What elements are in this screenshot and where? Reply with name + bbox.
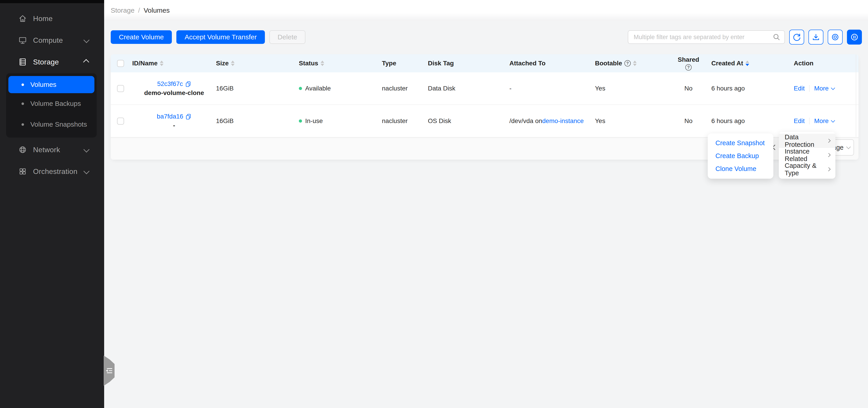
col-header-type: Type (382, 60, 396, 67)
breadcrumb: Storage / Volumes (111, 0, 170, 21)
sidebar-item-volume-backups[interactable]: Volume Backups (6, 93, 97, 114)
home-icon (18, 14, 27, 23)
sidebar-item-label: Storage (33, 58, 59, 66)
sidebar-item-compute[interactable]: Compute (0, 29, 104, 51)
col-header-size: Size (216, 60, 229, 67)
row-checkbox[interactable] (117, 117, 124, 125)
chevron-up-icon (83, 59, 89, 65)
cell-type: nacluster (382, 72, 428, 104)
sidebar-item-label: Volume Snapshots (30, 121, 87, 128)
row-checkbox[interactable] (117, 85, 124, 92)
cell-disk-tag: OS Disk (428, 105, 509, 137)
volume-name: - (173, 122, 175, 129)
action-groups-submenu: Data Protection Instance Related Capacit… (779, 132, 835, 179)
edit-link[interactable]: Edit (794, 85, 805, 92)
chevron-down-icon (831, 86, 835, 90)
sidebar-item-storage[interactable]: Storage (0, 51, 104, 73)
status-dot-icon (299, 120, 302, 123)
col-header-status: Status (299, 60, 318, 67)
concentric-circles-icon (831, 33, 840, 42)
storage-rack-icon (18, 58, 27, 67)
filter-input-box (628, 30, 785, 44)
submenu-item-capacity-type[interactable]: Capacity & Type (779, 162, 835, 176)
more-link[interactable]: More (814, 117, 829, 125)
accept-volume-transfer-button[interactable]: Accept Volume Transfer (176, 30, 265, 44)
cell-shared: No (665, 105, 711, 137)
menu-item-create-backup[interactable]: Create Backup (708, 149, 773, 162)
col-header-attached-to: Attached To (509, 60, 546, 67)
chevron-down-icon (83, 146, 89, 152)
table-row: ba7fda16 - 16GiB In-use nacluster OS Dis… (111, 105, 859, 137)
breadcrumb-storage-link[interactable]: Storage (111, 6, 134, 14)
select-all-checkbox[interactable] (117, 60, 124, 67)
table-header-row: ID/Name Size Status Type Disk Tag Attach… (111, 54, 859, 72)
sidebar-item-network[interactable]: Network (0, 139, 104, 161)
bullet-dot-icon (22, 83, 24, 86)
more-actions-dropdown: Create Snapshot Create Backup Clone Volu… (708, 133, 773, 179)
edit-link[interactable]: Edit (794, 117, 805, 125)
app-window: Home Compute Storage (0, 0, 868, 408)
page-header (104, 0, 868, 21)
globe-icon (18, 145, 27, 154)
volume-id-link[interactable]: ba7fda16 (157, 113, 183, 120)
sidebar-item-label: Compute (33, 36, 63, 44)
refresh-button[interactable] (789, 30, 804, 44)
toolbar-right-group (628, 30, 862, 44)
sidebar-item-label: Volumes (30, 81, 56, 89)
custom-columns-button[interactable] (828, 30, 843, 44)
sidebar: Home Compute Storage (0, 0, 104, 408)
search-icon (773, 33, 780, 41)
cell-disk-tag: Data Disk (428, 72, 509, 104)
download-button[interactable] (808, 30, 824, 44)
sidebar-item-home[interactable]: Home (0, 8, 104, 29)
breadcrumb-current: Volumes (144, 6, 169, 14)
sidebar-top-strip (0, 0, 104, 3)
action-divider (809, 85, 810, 92)
submenu-item-instance-related[interactable]: Instance Related (779, 148, 835, 162)
auto-refresh-pause-button[interactable] (847, 30, 862, 44)
help-icon[interactable]: ? (685, 64, 692, 71)
volume-id-link[interactable]: 52c3f67c (157, 80, 183, 88)
cell-attached-to: - (509, 72, 595, 104)
col-header-shared: Shared (678, 56, 699, 63)
sidebar-item-volumes[interactable]: Volumes (8, 76, 94, 93)
create-volume-button[interactable]: Create Volume (111, 30, 172, 44)
storage-submenu: Volumes Volume Backups Volume Snapshots (6, 73, 97, 137)
submenu-item-data-protection[interactable]: Data Protection (779, 134, 835, 148)
cell-created-at: 6 hours ago (711, 72, 794, 104)
attached-device-text: /dev/vda on (509, 117, 542, 125)
cell-bootable: Yes (595, 72, 665, 104)
sort-control[interactable] (633, 61, 637, 66)
cell-size: 16GiB (216, 72, 299, 104)
menu-item-clone-volume[interactable]: Clone Volume (708, 162, 773, 175)
cell-shared: No (665, 72, 711, 104)
sidebar-item-volume-snapshots[interactable]: Volume Snapshots (6, 114, 97, 135)
status-dot-icon (299, 87, 302, 90)
sort-control[interactable] (231, 61, 235, 66)
refresh-icon (792, 33, 801, 42)
toolbar: Create Volume Accept Volume Transfer Del… (111, 30, 862, 44)
sidebar-nav: Home Compute Storage (0, 3, 104, 182)
more-link[interactable]: More (814, 85, 829, 92)
copy-icon[interactable] (185, 113, 191, 120)
sort-control[interactable] (320, 61, 324, 66)
main-content: Storage / Volumes Create Volume Accept V… (104, 0, 868, 408)
filter-input[interactable] (633, 33, 773, 41)
attached-instance-link[interactable]: demo-instance (542, 117, 584, 125)
chevron-down-icon (83, 37, 89, 43)
cell-bootable: Yes (595, 105, 665, 137)
sort-control[interactable] (160, 61, 163, 66)
delete-button[interactable]: Delete (270, 30, 305, 44)
action-divider (809, 117, 810, 125)
sidebar-item-orchestration[interactable]: Orchestration (0, 161, 104, 182)
sidebar-item-label: Volume Backups (30, 100, 81, 107)
sidebar-item-label: Network (33, 146, 60, 154)
pause-circle-icon (850, 33, 859, 42)
cell-type: nacluster (382, 105, 428, 137)
chevron-down-icon (831, 118, 835, 122)
sort-control-active[interactable] (746, 61, 749, 66)
menu-item-create-snapshot[interactable]: Create Snapshot (708, 137, 773, 149)
copy-icon[interactable] (185, 81, 191, 87)
sidebar-item-label: Orchestration (33, 167, 78, 176)
help-icon[interactable]: ? (624, 60, 631, 67)
